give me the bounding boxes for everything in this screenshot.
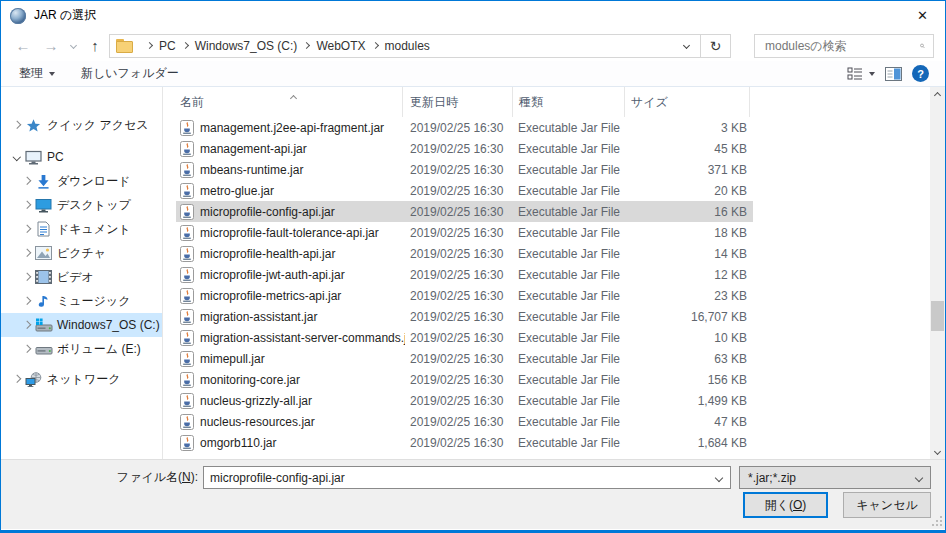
filetype-dropdown-icon: [908, 467, 930, 488]
back-icon[interactable]: ←: [9, 33, 37, 59]
breadcrumb[interactable]: PC Windows7_OS (C:) WebOTX modules ↻: [109, 34, 731, 58]
file-type: Executable Jar File: [512, 310, 624, 324]
expand-chevron-icon[interactable]: [19, 178, 34, 184]
file-row[interactable]: migration-assistant-server-commands.jar …: [176, 327, 753, 348]
file-name: monitoring-core.jar: [200, 373, 300, 387]
filetype-value: *.jar;*.zip: [748, 471, 908, 485]
file-type: Executable Jar File: [512, 331, 624, 345]
file-name: mbeans-runtime.jar: [200, 163, 303, 177]
pictures-icon: [34, 246, 53, 260]
sidebar-item-videos[interactable]: ビデオ: [1, 265, 162, 289]
sidebar-item-downloads[interactable]: ダウンロード: [1, 169, 162, 193]
file-type: Executable Jar File: [512, 205, 624, 219]
file-name: microprofile-metrics-api.jar: [200, 289, 341, 303]
file-row[interactable]: microprofile-health-api.jar 2019/02/25 1…: [176, 243, 753, 264]
filename-dropdown-icon[interactable]: [708, 467, 730, 488]
file-name: microprofile-health-api.jar: [200, 247, 335, 261]
forward-icon[interactable]: →: [37, 33, 65, 59]
cancel-button[interactable]: キャンセル: [843, 492, 931, 518]
column-header-size[interactable]: サイズ: [625, 87, 750, 117]
resize-grip[interactable]: [933, 517, 942, 526]
up-icon[interactable]: ↑: [81, 33, 109, 59]
address-dropdown-icon[interactable]: [672, 35, 700, 57]
expand-chevron-icon[interactable]: [19, 322, 34, 328]
search-input[interactable]: [765, 39, 920, 53]
list-view-icon: [847, 67, 863, 81]
expand-chevron-icon[interactable]: [19, 274, 34, 280]
file-type: Executable Jar File: [512, 163, 624, 177]
file-modified: 2019/02/25 16:30: [405, 268, 512, 282]
open-button[interactable]: 開く(O): [743, 492, 828, 518]
file-row[interactable]: management-api.jar 2019/02/25 16:30 Exec…: [176, 138, 753, 159]
expand-chevron-icon[interactable]: [19, 346, 34, 352]
organize-button[interactable]: 整理: [19, 65, 55, 82]
history-chevron-icon[interactable]: [65, 33, 81, 59]
file-row[interactable]: metro-glue.jar 2019/02/25 16:30 Executab…: [176, 180, 753, 201]
file-row[interactable]: mbeans-runtime.jar 2019/02/25 16:30 Exec…: [176, 159, 753, 180]
help-icon[interactable]: ?: [912, 65, 929, 82]
file-row[interactable]: omgorb110.jar 2019/02/25 16:30 Executabl…: [176, 432, 753, 453]
preview-pane-button[interactable]: [885, 67, 902, 81]
change-view-button[interactable]: [847, 67, 875, 81]
file-modified: 2019/02/25 16:30: [405, 205, 512, 219]
column-header-type[interactable]: 種類: [513, 87, 625, 117]
file-name: microprofile-config-api.jar: [200, 205, 335, 219]
expand-chevron-icon[interactable]: [9, 122, 24, 128]
jar-app-icon: [10, 8, 26, 24]
column-header-modified[interactable]: 更新日時: [403, 87, 513, 117]
breadcrumb-item[interactable]: WebOTX: [316, 39, 365, 53]
drive-icon: [34, 342, 53, 357]
file-row[interactable]: migration-assistant.jar 2019/02/25 16:30…: [176, 306, 753, 327]
file-modified: 2019/02/25 16:30: [405, 142, 512, 156]
jar-file-icon: [180, 351, 194, 367]
scroll-down-icon[interactable]: [930, 443, 945, 459]
scrollbar-thumb[interactable]: [931, 301, 944, 331]
sidebar-item-quick-access[interactable]: クイック アクセス: [1, 113, 162, 137]
breadcrumb-item[interactable]: PC: [159, 39, 176, 53]
file-row[interactable]: nucleus-resources.jar 2019/02/25 16:30 E…: [176, 411, 753, 432]
filename-input[interactable]: [204, 467, 708, 488]
file-modified: 2019/02/25 16:30: [405, 121, 512, 135]
sidebar-item-pictures[interactable]: ピクチャ: [1, 241, 162, 265]
refresh-icon[interactable]: ↻: [700, 35, 730, 57]
sidebar-item-volume-e[interactable]: ボリューム (E:): [1, 337, 162, 361]
sidebar-item-desktop[interactable]: デスクトップ: [1, 193, 162, 217]
jar-file-icon: [180, 309, 194, 325]
expand-chevron-icon[interactable]: [9, 154, 24, 160]
sidebar-item-music[interactable]: ミュージック: [1, 289, 162, 313]
expand-chevron-icon[interactable]: [9, 376, 24, 382]
file-row[interactable]: microprofile-config-api.jar 2019/02/25 1…: [176, 201, 753, 222]
file-type: Executable Jar File: [512, 247, 624, 261]
close-icon[interactable]: ✕: [900, 1, 945, 30]
file-row[interactable]: microprofile-jwt-auth-api.jar 2019/02/25…: [176, 264, 753, 285]
expand-chevron-icon[interactable]: [19, 226, 34, 232]
sidebar-item-pc[interactable]: PC: [1, 145, 162, 169]
file-row[interactable]: microprofile-metrics-api.jar 2019/02/25 …: [176, 285, 753, 306]
file-row[interactable]: microprofile-fault-tolerance-api.jar 201…: [176, 222, 753, 243]
file-type: Executable Jar File: [512, 184, 624, 198]
expand-chevron-icon[interactable]: [19, 250, 34, 256]
breadcrumb-item[interactable]: modules: [385, 39, 430, 53]
new-folder-button[interactable]: 新しいフォルダー: [81, 65, 179, 82]
jar-file-icon: [180, 414, 194, 430]
file-row[interactable]: management.j2ee-api-fragment.jar 2019/02…: [176, 117, 753, 138]
file-row[interactable]: monitoring-core.jar 2019/02/25 16:30 Exe…: [176, 369, 753, 390]
file-size: 18 KB: [624, 226, 753, 240]
breadcrumb-item[interactable]: Windows7_OS (C:): [195, 39, 298, 53]
file-row[interactable]: nucleus-grizzly-all.jar 2019/02/25 16:30…: [176, 390, 753, 411]
expand-chevron-icon[interactable]: [19, 202, 34, 208]
file-type: Executable Jar File: [512, 415, 624, 429]
expand-chevron-icon[interactable]: [19, 298, 34, 304]
file-row[interactable]: mimepull.jar 2019/02/25 16:30 Executable…: [176, 348, 753, 369]
sort-ascending-indicator[interactable]: [291, 90, 296, 104]
search-box[interactable]: [754, 34, 934, 58]
scroll-up-icon[interactable]: [930, 87, 945, 103]
sidebar-item-network[interactable]: ネットワーク: [1, 367, 162, 391]
sidebar-item-windows7-os-c[interactable]: Windows7_OS (C:): [1, 313, 162, 337]
sidebar-item-documents[interactable]: ドキュメント: [1, 217, 162, 241]
videos-icon: [34, 270, 53, 284]
breadcrumb-separator-icon: [371, 42, 378, 49]
file-name: management-api.jar: [200, 142, 307, 156]
vertical-scrollbar[interactable]: [930, 87, 945, 459]
filetype-select[interactable]: *.jar;*.zip: [739, 466, 931, 489]
